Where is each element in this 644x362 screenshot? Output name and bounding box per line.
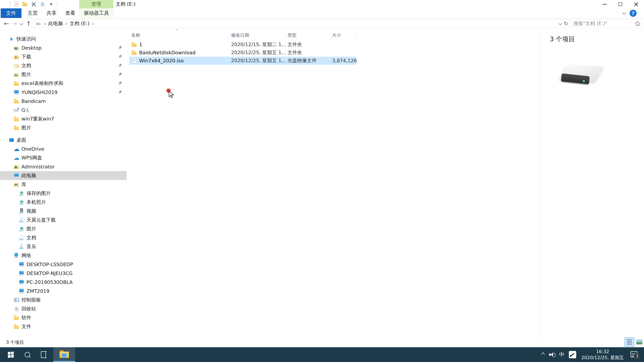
sidebar-item-此电脑[interactable]: 此电脑 xyxy=(0,171,126,180)
sidebar-item-下载[interactable]: 下载 xyxy=(0,52,126,61)
recent-locations-icon[interactable] xyxy=(18,18,24,29)
column-header-名称[interactable]: 名称 xyxy=(129,30,229,40)
sidebar-item-WPS网盘[interactable]: WPS网盘 xyxy=(0,153,126,162)
details-view-button[interactable] xyxy=(624,338,634,347)
sidebar-item-win7重装win7[interactable]: win7重装win7 xyxy=(0,114,126,123)
breadcrumb[interactable]: › 此电脑 › 文档 (E:) › xyxy=(34,19,569,28)
up-button[interactable]: ↑ xyxy=(25,18,32,29)
sidebar-item-DESKTOP-NJEU3CG[interactable]: DESKTOP-NJEU3CG xyxy=(0,269,126,278)
refresh-icon[interactable]: ↻ xyxy=(563,19,569,27)
restore-button[interactable] xyxy=(612,0,628,8)
sidebar-item-Bandicam[interactable]: Bandicam xyxy=(0,97,126,106)
file-size-cell: 3,874,126... xyxy=(330,58,356,63)
sidebar-item-图片[interactable]: 图片 xyxy=(0,70,126,79)
sidebar-item-音乐[interactable]: 音乐 xyxy=(0,242,126,251)
sidebar-item-保存的图片[interactable]: 保存的图片 xyxy=(0,189,126,198)
computer-icon xyxy=(14,89,20,95)
breadcrumb-this-pc[interactable]: 此电脑 xyxy=(48,20,63,27)
sidebar-item-Administrator[interactable]: Administrator xyxy=(0,162,126,171)
help-button[interactable]: ? xyxy=(630,10,636,17)
taskbar-file-explorer-button[interactable] xyxy=(53,347,75,362)
drive-tools-context-header: 管理 xyxy=(79,0,113,8)
sidebar-item-控制面板[interactable]: 控制面板 xyxy=(0,296,126,304)
address-bar: ← → ↑ › 此电脑 › 文档 (E:) › ↻ 搜索"文档 (E:)" xyxy=(0,18,644,29)
ribbon-tab-row: 文件 主页 共享 查看 驱动器工具 ? xyxy=(0,8,644,18)
file-row-1[interactable]: 12020/12/15, 星期二 1...文件夹 xyxy=(129,40,356,49)
column-header-类型[interactable]: 类型 xyxy=(286,30,330,40)
pin-icon xyxy=(118,90,122,94)
folder-doc-icon xyxy=(14,63,20,69)
address-dropdown-icon[interactable] xyxy=(557,19,563,27)
new-folder-icon[interactable] xyxy=(22,1,28,7)
taskbar-search-button[interactable] xyxy=(20,347,35,362)
sidebar-item-天翼云盘下载[interactable]: 天翼云盘下载 xyxy=(0,216,126,224)
close-button[interactable]: × xyxy=(628,0,644,8)
sidebar-item-视频[interactable]: 视频 xyxy=(0,207,126,216)
recycle-bin-icon[interactable] xyxy=(40,1,46,7)
sidebar-item-文件[interactable]: 文件 xyxy=(0,322,126,331)
sidebar-item-label: PC-20190530OBLA xyxy=(26,279,72,285)
sidebar-item-label: 文档 xyxy=(26,234,36,241)
sidebar-item-库[interactable]: 库 xyxy=(0,180,126,189)
volume-icon[interactable] xyxy=(549,352,556,358)
folder-icon xyxy=(14,324,20,330)
sidebar-item-回收站[interactable]: 回收站 xyxy=(0,304,126,313)
sidebar-item-图片[interactable]: 图片 xyxy=(0,123,126,132)
sidebar-item-ZMT2019[interactable]: ZMT2019 xyxy=(0,287,126,296)
sidebar-item-PC-20190530OBLA[interactable]: PC-20190530OBLA xyxy=(0,278,126,287)
star-icon xyxy=(8,36,14,42)
usb-icon xyxy=(14,107,20,113)
sidebar-item-本机照片[interactable]: 本机照片 xyxy=(0,198,126,207)
expand-ribbon-icon[interactable] xyxy=(622,11,626,15)
tab-view[interactable]: 查看 xyxy=(61,8,80,18)
sidebar-item-软件[interactable]: 软件 xyxy=(0,313,126,322)
start-button[interactable] xyxy=(3,347,18,362)
file-name-cell: BaiduNetdiskDownload xyxy=(129,50,229,56)
sidebar-item-快速访问[interactable]: 快速访问 xyxy=(0,34,126,43)
sidebar-item-Desktop[interactable]: Desktop xyxy=(0,43,126,52)
sidebar-item-label: 图片 xyxy=(22,124,31,131)
search-input[interactable]: 搜索"文档 (E:)" xyxy=(571,19,642,28)
column-header-大小[interactable]: 大小 xyxy=(330,30,356,40)
tab-file[interactable]: 文件 xyxy=(1,8,22,18)
pen-check-icon[interactable] xyxy=(569,351,576,358)
sidebar-item-label: 图片 xyxy=(22,71,31,78)
minimize-button[interactable] xyxy=(597,0,612,8)
breadcrumb-separator-icon: › xyxy=(92,20,94,27)
sidebar-item-G:\[interactable]: G:\ xyxy=(0,106,126,114)
qat-dropdown-icon[interactable] xyxy=(48,1,54,7)
column-header-label: 名称 xyxy=(131,32,140,38)
sidebar-item-桌面[interactable]: 桌面 xyxy=(0,136,126,144)
hidden-icons-chevron[interactable] xyxy=(542,353,544,356)
taskbar-clock[interactable]: 16:32 2020/12/25, 星期五 xyxy=(581,349,624,361)
drive-icon[interactable] xyxy=(2,1,8,7)
large-icons-view-button[interactable] xyxy=(636,339,643,345)
sidebar-item-图片[interactable]: 图片 xyxy=(0,224,126,233)
window-title: 文档 (E:) xyxy=(116,0,136,8)
tab-share[interactable]: 共享 xyxy=(42,8,61,18)
sidebar-item-OneDrive[interactable]: OneDrive xyxy=(0,144,126,153)
column-header-修改日期[interactable]: 修改日期 xyxy=(229,30,286,40)
sidebar-item-excel表格制作求和[interactable]: excel表格制作求和 xyxy=(0,79,126,88)
file-row-Win7x64_2020.iso[interactable]: Win7x64_2020.iso2020/12/25, 星期五 1...光盘映像… xyxy=(129,57,356,65)
ime-indicator[interactable]: 中 xyxy=(559,351,564,358)
file-row-BaiduNetdiskDownload[interactable]: BaiduNetdiskDownload2020/12/25, 星期五 1...… xyxy=(129,49,356,57)
sidebar-item-文档[interactable]: 文档 xyxy=(0,61,126,70)
sidebar-item-文档[interactable]: 文档 xyxy=(0,233,126,242)
breadcrumb-drive-e[interactable]: 文档 (E:) xyxy=(70,20,90,27)
sidebar-item-label: 图片 xyxy=(26,226,36,232)
file-name-cell: Win7x64_2020.iso xyxy=(129,58,229,64)
file-date-cell: 2020/12/25, 星期五 1... xyxy=(229,49,286,56)
sidebar-item-DESKTOP-LSSOEDP[interactable]: DESKTOP-LSSOEDP xyxy=(0,260,126,269)
task-view-button[interactable] xyxy=(36,347,51,362)
tab-home[interactable]: 主页 xyxy=(24,8,42,18)
action-center-button[interactable]: 3 xyxy=(630,351,638,358)
sidebar-item-网络[interactable]: 网络 xyxy=(0,251,126,260)
forward-button[interactable]: → xyxy=(11,18,18,29)
back-button[interactable]: ← xyxy=(2,18,10,29)
sidebar-item-label: 天翼云盘下载 xyxy=(26,217,56,223)
tab-drive-tools[interactable]: 驱动器工具 xyxy=(79,8,114,18)
delete-icon[interactable] xyxy=(31,1,37,7)
sidebar-item-YUNQISHI2019[interactable]: YUNQISHI2019 xyxy=(0,88,126,97)
check-document-icon[interactable] xyxy=(13,1,19,7)
